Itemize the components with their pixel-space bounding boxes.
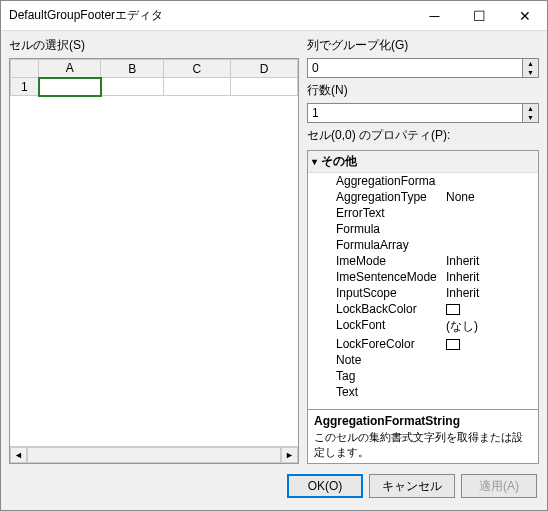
grid-corner[interactable] [11,60,39,78]
property-name: Formula [336,222,446,236]
description-text: このセルの集約書式文字列を取得または設定します。 [314,430,532,460]
grid-cell-selected[interactable] [39,78,101,96]
window-title: DefaultGroupFooterエディタ [9,7,412,24]
property-row[interactable]: Text [308,384,538,400]
maximize-button[interactable]: ☐ [457,1,502,30]
property-row[interactable]: Formula [308,221,538,237]
property-row[interactable]: AggregationForma [308,173,538,189]
property-value[interactable] [446,369,538,383]
col-header[interactable]: D [230,60,297,78]
spinner-up-button[interactable]: ▲ [523,104,538,113]
description-title: AggregationFormatString [314,414,532,428]
color-swatch [446,304,460,315]
dialog-window: DefaultGroupFooterエディタ ─ ☐ ✕ セルの選択(S) A … [0,0,548,511]
category-header[interactable]: ▾ その他 [308,151,538,173]
button-bar: OK(O) キャンセル 適用(A) [1,464,547,510]
row-count-label: 行数(N) [307,82,539,99]
property-name: FormulaArray [336,238,446,252]
minimize-button[interactable]: ─ [412,1,457,30]
property-name: ImeSentenceMode [336,270,446,284]
property-value[interactable]: (なし) [446,318,538,335]
group-by-input[interactable] [308,59,522,77]
grid-cell[interactable] [230,78,297,96]
property-name: ImeMode [336,254,446,268]
category-name: その他 [321,153,357,170]
grid-cell[interactable] [101,78,163,96]
left-pane: セルの選択(S) A B C D 1 [9,37,299,464]
col-header[interactable]: C [163,60,230,78]
close-button[interactable]: ✕ [502,1,547,30]
property-value[interactable]: Inherit [446,254,538,268]
cell-grid[interactable]: A B C D 1 [9,58,299,464]
scroll-track[interactable] [27,447,281,463]
property-row[interactable]: ImeModeInherit [308,253,538,269]
property-grid[interactable]: ▾ その他 AggregationFormaAggregationTypeNon… [307,150,539,464]
property-name: ErrorText [336,206,446,220]
property-value[interactable]: Inherit [446,286,538,300]
property-value[interactable] [446,238,538,252]
property-row[interactable]: Note [308,352,538,368]
property-row[interactable]: InputScopeInherit [308,285,538,301]
property-value[interactable] [446,385,538,399]
dialog-body: セルの選択(S) A B C D 1 [1,31,547,464]
property-name: AggregationForma [336,174,446,188]
col-header[interactable]: A [39,60,101,78]
property-value[interactable]: Inherit [446,270,538,284]
description-pane: AggregationFormatString このセルの集約書式文字列を取得ま… [308,409,538,463]
property-row[interactable]: ErrorText [308,205,538,221]
apply-button[interactable]: 適用(A) [461,474,537,498]
group-by-spinner[interactable]: ▲ ▼ [307,58,539,78]
property-row[interactable]: LockFont(なし) [308,317,538,336]
color-swatch [446,339,460,350]
property-name: LockFont [336,318,446,335]
cell-select-label: セルの選択(S) [9,37,299,54]
property-value[interactable] [446,174,538,188]
spinner-down-button[interactable]: ▼ [523,68,538,77]
property-row[interactable]: LockForeColor [308,336,538,352]
horizontal-scrollbar[interactable]: ◄ ► [10,446,298,463]
property-name: LockForeColor [336,337,446,351]
window-controls: ─ ☐ ✕ [412,1,547,30]
chevron-down-icon: ▾ [312,156,317,167]
spinner-down-button[interactable]: ▼ [523,113,538,122]
ok-button[interactable]: OK(O) [287,474,363,498]
row-count-input[interactable] [308,104,522,122]
property-value[interactable]: None [446,190,538,204]
group-by-label: 列でグループ化(G) [307,37,539,54]
property-row[interactable]: ImeSentenceModeInherit [308,269,538,285]
grid-cell[interactable] [163,78,230,96]
property-name: LockBackColor [336,302,446,316]
scroll-left-button[interactable]: ◄ [10,447,27,463]
spinner-up-button[interactable]: ▲ [523,59,538,68]
property-row[interactable]: AggregationTypeNone [308,189,538,205]
property-name: Note [336,353,446,367]
property-row[interactable]: Tag [308,368,538,384]
property-name: Text [336,385,446,399]
property-name: InputScope [336,286,446,300]
property-value[interactable] [446,302,538,316]
properties-label: セル(0,0) のプロパティ(P): [307,127,539,144]
property-name: Tag [336,369,446,383]
cancel-button[interactable]: キャンセル [369,474,455,498]
right-pane: 列でグループ化(G) ▲ ▼ 行数(N) ▲ ▼ [307,37,539,464]
property-value[interactable] [446,337,538,351]
property-value[interactable] [446,353,538,367]
titlebar: DefaultGroupFooterエディタ ─ ☐ ✕ [1,1,547,31]
col-header[interactable]: B [101,60,163,78]
row-count-spinner[interactable]: ▲ ▼ [307,103,539,123]
property-name: AggregationType [336,190,446,204]
scroll-right-button[interactable]: ► [281,447,298,463]
property-row[interactable]: FormulaArray [308,237,538,253]
property-value[interactable] [446,222,538,236]
row-header[interactable]: 1 [11,78,39,96]
property-value[interactable] [446,206,538,220]
property-row[interactable]: LockBackColor [308,301,538,317]
